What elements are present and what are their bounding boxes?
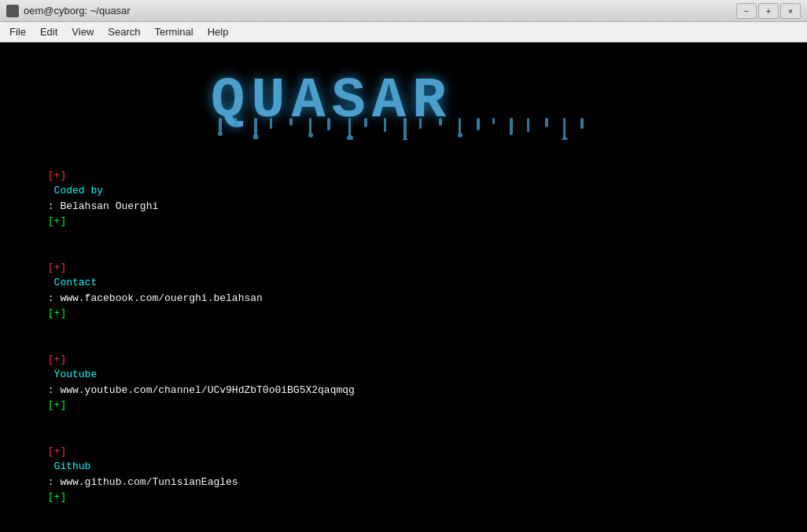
- terminal[interactable]: .logo-text { font-family: 'Courier New',…: [0, 42, 807, 532]
- svg-rect-20: [563, 118, 566, 138]
- minimize-button[interactable]: −: [736, 3, 757, 19]
- svg-point-27: [458, 133, 462, 138]
- title-bar: oem@cyborg: ~/quasar − + ×: [0, 0, 807, 22]
- close-button[interactable]: ×: [780, 3, 801, 19]
- menu-section: [1] Website Informations [2] E-mail Addr…: [11, 526, 796, 532]
- svg-point-26: [402, 138, 408, 140]
- logo-container: .logo-text { font-family: 'Courier New',…: [11, 53, 796, 140]
- maximize-button[interactable]: +: [758, 3, 779, 19]
- title-bar-left: oem@cyborg: ~/quasar: [6, 5, 131, 17]
- svg-text:QUASAR: QUASAR: [211, 69, 452, 134]
- svg-point-24: [308, 133, 313, 138]
- info-section: [+] Coded by : Belahsan Ouerghi [+] [+] …: [11, 152, 796, 520]
- window-controls: − + ×: [736, 3, 801, 19]
- info-line-0: [+] Coded by : Belahsan Ouerghi [+]: [11, 152, 796, 244]
- menu-terminal[interactable]: Terminal: [149, 24, 200, 39]
- svg-point-28: [562, 138, 568, 141]
- svg-rect-6: [309, 118, 311, 134]
- menu-search[interactable]: Search: [101, 24, 146, 39]
- quasar-logo: .logo-text { font-family: 'Courier New',…: [195, 53, 612, 140]
- svg-rect-15: [477, 118, 480, 130]
- info-line-3: [+] Github : www.github.com/TunisianEagl…: [11, 428, 796, 520]
- svg-rect-13: [439, 118, 442, 126]
- svg-rect-11: [404, 118, 407, 140]
- svg-rect-21: [580, 118, 584, 129]
- menu-bar: File Edit View Search Terminal Help: [0, 22, 807, 42]
- svg-point-22: [218, 131, 223, 136]
- menu-view[interactable]: View: [65, 24, 100, 39]
- svg-rect-5: [289, 118, 293, 126]
- info-line-1: [+] Contact : www.facebook.com/ouerghi.b…: [11, 244, 796, 336]
- svg-rect-17: [510, 118, 513, 135]
- window-title: oem@cyborg: ~/quasar: [24, 5, 131, 17]
- svg-rect-12: [419, 118, 422, 129]
- svg-rect-3: [254, 118, 257, 135]
- terminal-icon: [6, 5, 19, 17]
- menu-help[interactable]: Help: [201, 24, 235, 39]
- menu-edit[interactable]: Edit: [34, 24, 64, 39]
- menu-file[interactable]: File: [3, 24, 32, 39]
- svg-rect-7: [327, 118, 330, 130]
- svg-point-23: [253, 134, 259, 140]
- svg-rect-9: [364, 118, 367, 127]
- menu-item-1: [1] Website Informations: [11, 526, 796, 532]
- svg-point-25: [347, 135, 353, 140]
- svg-rect-1: [219, 118, 222, 132]
- svg-rect-10: [384, 118, 386, 132]
- svg-rect-14: [459, 118, 461, 134]
- svg-rect-8: [348, 118, 351, 137]
- info-line-2: [+] Youtube : www.youtube.com/channel/UC…: [11, 336, 796, 428]
- svg-rect-18: [527, 118, 529, 132]
- svg-rect-2: [234, 118, 237, 127]
- svg-rect-19: [545, 118, 548, 127]
- svg-rect-4: [270, 118, 272, 129]
- svg-rect-16: [492, 118, 495, 124]
